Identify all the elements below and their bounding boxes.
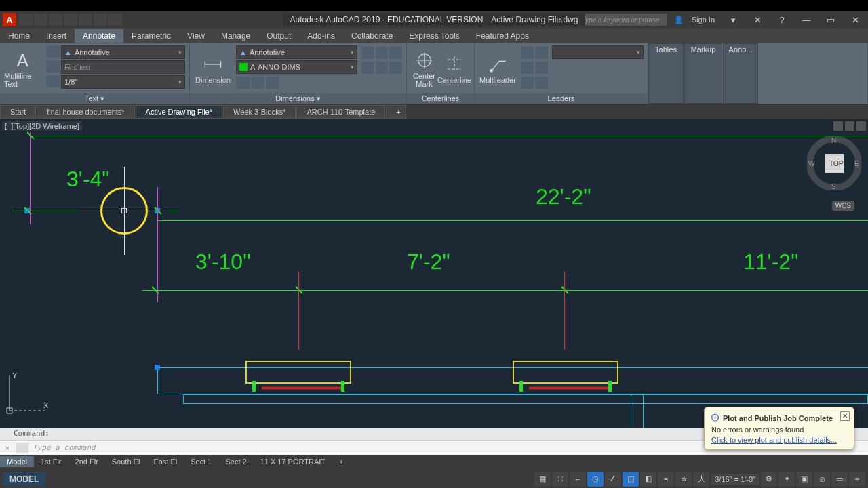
text-style-dropdown[interactable]: ▲Annotative — [61, 45, 185, 59]
status-model[interactable]: MODEL — [3, 472, 45, 486]
anno-vis-icon[interactable]: ✮ — [675, 472, 692, 487]
markup-panel[interactable]: Markup — [684, 43, 722, 104]
qat-new[interactable] — [19, 14, 33, 26]
leader-style-dropdown[interactable] — [552, 45, 644, 59]
dim-linear[interactable] — [236, 77, 250, 89]
close-button[interactable]: ✕ — [845, 12, 865, 27]
view-cube[interactable]: TOP NS WE — [807, 136, 861, 190]
dim-t2[interactable] — [376, 47, 389, 59]
layout-model[interactable]: Model — [0, 456, 34, 467]
vp-minimize[interactable] — [833, 121, 843, 131]
signin-icon[interactable]: 👤 — [674, 16, 684, 24]
ld-t2[interactable] — [535, 47, 548, 59]
grip-3[interactable] — [155, 365, 160, 370]
leader-panel-title[interactable]: Leaders — [475, 93, 648, 104]
minimize-button[interactable]: — — [796, 12, 816, 27]
tab-manage[interactable]: Manage — [213, 29, 258, 43]
centerline-button[interactable]: Centerline — [439, 45, 470, 93]
file-tab-add[interactable]: + — [386, 105, 406, 119]
layout-6[interactable]: Sect 2 — [218, 456, 253, 467]
tab-view[interactable]: View — [179, 29, 213, 43]
tab-insert[interactable]: Insert — [38, 29, 75, 43]
app-logo[interactable]: A — [3, 13, 16, 26]
clean-icon[interactable]: ▭ — [831, 472, 848, 487]
dim-aligned[interactable] — [251, 77, 264, 89]
dim-t4[interactable] — [361, 62, 374, 74]
anno-auto-icon[interactable]: 人 — [693, 472, 709, 487]
dim-panel-title[interactable]: Dimensions ▾ — [190, 93, 406, 104]
custom-icon[interactable]: ≡ — [849, 472, 865, 487]
osnap-icon[interactable]: ∠ — [605, 472, 621, 487]
layout-5[interactable]: Sect 1 — [184, 456, 218, 467]
lwt-icon[interactable]: ≡ — [658, 472, 674, 487]
text-height-dropdown[interactable]: 1/8" — [61, 75, 185, 89]
dim-layer-dropdown[interactable]: A-ANNO-DIMS — [236, 60, 357, 74]
exchange-icon[interactable]: ✕ — [747, 12, 768, 27]
dim-style-dropdown[interactable]: ▲Annotative — [236, 45, 357, 59]
ld-t4[interactable] — [535, 62, 548, 74]
qat-save[interactable] — [49, 14, 62, 26]
qat-saveas[interactable] — [64, 14, 77, 26]
ld-t6[interactable] — [535, 77, 548, 89]
signin-button[interactable]: Sign In — [688, 16, 719, 24]
grid-icon[interactable]: ▦ — [534, 472, 551, 487]
dim-t1[interactable] — [361, 47, 374, 59]
vp-maximize[interactable] — [845, 121, 854, 131]
tab-output[interactable]: Output — [258, 29, 299, 43]
otrack-icon[interactable]: ◫ — [623, 472, 639, 487]
maximize-button[interactable]: ▭ — [821, 12, 841, 27]
text-tool-3[interactable] — [46, 75, 60, 87]
ortho-icon[interactable]: ⌐ — [570, 472, 586, 487]
tab-annotate[interactable]: Annotate — [75, 29, 123, 43]
hw-icon[interactable]: ⎚ — [814, 472, 830, 487]
vp-close[interactable] — [856, 121, 866, 131]
app-menu-icon[interactable]: ▾ — [723, 12, 743, 27]
command-close-icon[interactable]: × — [3, 444, 12, 452]
wcs-badge[interactable]: WCS — [832, 201, 854, 211]
tab-featured[interactable]: Featured Apps — [468, 29, 537, 43]
file-tab-start[interactable]: Start — [0, 105, 36, 119]
qat-redo[interactable] — [108, 14, 122, 26]
iso-icon[interactable]: ✦ — [778, 472, 795, 487]
balloon-close[interactable]: ✕ — [840, 411, 850, 421]
search-box[interactable]: Type a keyword or phrase — [579, 14, 667, 26]
polar-icon[interactable]: ◷ — [587, 472, 604, 487]
tab-parametric[interactable]: Parametric — [123, 29, 179, 43]
text-tool-2[interactable] — [46, 60, 60, 73]
ld-t5[interactable] — [521, 77, 534, 89]
tab-express[interactable]: Express Tools — [401, 29, 467, 43]
text-tool-1[interactable] — [46, 45, 60, 58]
qp-icon[interactable]: ▣ — [796, 472, 812, 487]
balloon-link[interactable]: Click to view plot and publish details..… — [711, 436, 847, 444]
dyn-icon[interactable]: ◧ — [640, 472, 656, 487]
model-viewport[interactable]: [–][Top][2D Wireframe] 3'-4" 22'-2" 3'-1… — [0, 119, 868, 428]
dim-t6[interactable] — [389, 62, 402, 74]
text-panel-title[interactable]: Text ▾ — [0, 93, 189, 104]
tab-collaborate[interactable]: Collaborate — [343, 29, 401, 43]
layout-2[interactable]: 2nd Flr — [68, 456, 105, 467]
command-prompt-icon[interactable] — [16, 443, 28, 453]
layout-add[interactable]: + — [332, 456, 350, 467]
status-scale[interactable]: 3/16" = 1'-0" — [711, 474, 760, 485]
help-icon[interactable]: ? — [772, 12, 792, 27]
layout-1[interactable]: 1st Flr — [34, 456, 68, 467]
layout-7[interactable]: 11 X 17 PORTRAIT — [254, 456, 332, 467]
dim-angular[interactable] — [266, 77, 279, 89]
qat-undo[interactable] — [94, 14, 107, 26]
layout-4[interactable]: East El — [146, 456, 184, 467]
dim-t3[interactable] — [389, 47, 402, 59]
center-mark-button[interactable]: Center Mark — [411, 45, 437, 93]
ld-t3[interactable] — [521, 62, 534, 74]
tab-addins[interactable]: Add-ins — [299, 29, 343, 43]
gear-icon[interactable]: ⚙ — [761, 472, 777, 487]
multileader-button[interactable]: Multileader — [479, 45, 517, 93]
qat-open[interactable] — [34, 14, 47, 26]
find-text-input[interactable]: Find text — [61, 60, 185, 74]
tab-home[interactable]: Home — [0, 29, 38, 43]
anno-panel[interactable]: Anno... — [723, 43, 758, 104]
layout-3[interactable]: South El — [105, 456, 147, 467]
snap-icon[interactable]: ⸬ — [552, 472, 568, 487]
viewport-label[interactable]: [–][Top][2D Wireframe] — [2, 121, 82, 131]
tables-panel[interactable]: Tables — [648, 43, 684, 104]
qat-plot[interactable] — [79, 14, 92, 26]
